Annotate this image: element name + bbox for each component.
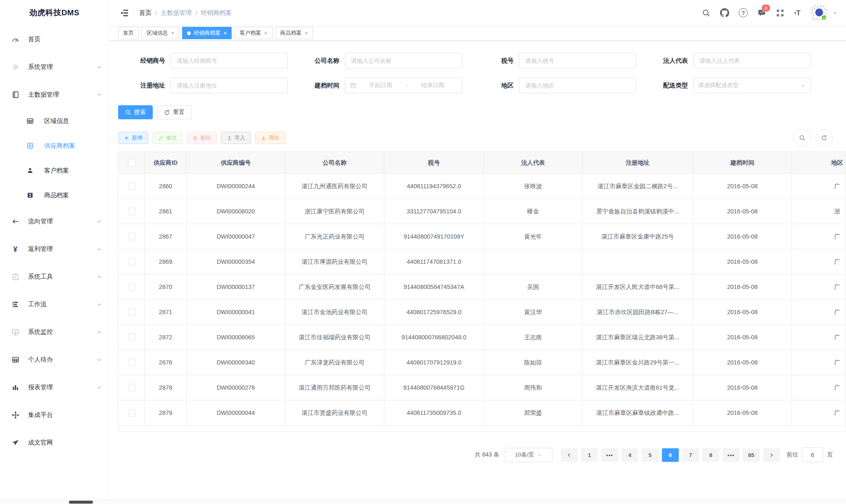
reset-button[interactable]: 重置 (157, 105, 192, 119)
sidebar-item-system-tools[interactable]: 系统工具 (0, 263, 109, 291)
sidebar-item-master-data[interactable]: 主数据管理 (0, 81, 109, 109)
page-size-select[interactable]: 10条/页 (505, 448, 552, 462)
cell-company-name: 广东光正药业有限公司 (285, 224, 384, 249)
sidebar-item-flow-mgmt[interactable]: 流向管理 (0, 208, 109, 235)
breadcrumb-section[interactable]: 主数据管理 (161, 9, 192, 17)
company-name-input[interactable] (345, 53, 462, 69)
cell-region: 广 (792, 300, 846, 325)
delete-button[interactable]: 删除 (187, 132, 217, 144)
row-checkbox[interactable] (128, 409, 135, 416)
row-checkbox[interactable] (128, 233, 135, 240)
search-button[interactable]: 搜索 (118, 105, 153, 119)
sidebar-item-system-monitor[interactable]: 系统监控 (0, 318, 109, 346)
close-icon[interactable]: × (264, 30, 267, 36)
page-button-1[interactable]: 1 (581, 448, 598, 462)
table-row[interactable]: 2867 DWI00000047 广东光正药业有限公司 914408007491… (118, 224, 846, 249)
more-pages-icon[interactable]: ••• (723, 448, 739, 462)
refresh-table-icon[interactable] (815, 129, 833, 147)
row-checkbox[interactable] (128, 208, 135, 215)
row-checkbox[interactable] (128, 334, 135, 341)
delivery-type-select[interactable]: 请选择配送类型 (693, 78, 810, 93)
row-checkbox[interactable] (128, 182, 135, 190)
tax-no-input[interactable] (519, 53, 636, 69)
cell-supplier-code: DWI00000137 (187, 274, 285, 300)
page-button-6-active[interactable]: 6 (662, 448, 679, 462)
add-button[interactable]: 新增 (118, 132, 148, 144)
row-checkbox[interactable] (128, 359, 135, 366)
tab-home[interactable]: 首页 (118, 27, 139, 39)
sidebar-item-workflow[interactable]: 工作流 (0, 291, 109, 318)
sidebar-item-supplier-archive[interactable]: 供应商档案 (0, 133, 109, 158)
sidebar-item-system-mgmt[interactable]: 系统管理 (0, 53, 109, 81)
row-checkbox[interactable] (128, 258, 135, 265)
sidebar-toggle-icon[interactable] (120, 8, 129, 18)
goto-page-input[interactable] (802, 447, 823, 462)
sidebar-item-home[interactable]: 首页 (0, 26, 109, 53)
table-row[interactable]: 2870 DWI00000137 广东金安医药发展有限公司 9144080058… (118, 274, 846, 300)
tab-region-info[interactable]: 区域信息× (142, 27, 179, 39)
sidebar-item-customer-archive[interactable]: 客户档案 (0, 158, 109, 183)
region-input[interactable] (519, 78, 636, 93)
message-icon[interactable]: 0 (757, 8, 766, 17)
move-arrows-icon (11, 411, 19, 419)
sidebar-item-rebate-mgmt[interactable]: ¥ 返利管理 (0, 235, 109, 263)
table-row[interactable]: 2876 DWI00008340 广东津龙药业有限公司 440801707912… (118, 350, 846, 375)
horizontal-scrollbar-thumb[interactable] (69, 501, 93, 504)
sidebar-item-region-info[interactable]: 区域信息 (0, 109, 109, 133)
close-icon[interactable]: × (223, 30, 227, 36)
sidebar-item-official-site[interactable]: 成文官网 (0, 429, 109, 457)
cell-reg-address: 湛江市麻章区瑞云北路38号第... (583, 325, 693, 350)
user-menu[interactable] (810, 4, 838, 22)
cell-reg-address: 湛江开发区海滨大道南61号龙... (583, 375, 693, 400)
row-checkbox[interactable] (128, 384, 135, 391)
sidebar-item-report-mgmt[interactable]: 报表管理 (0, 374, 109, 401)
help-icon[interactable]: ? (739, 8, 748, 17)
dealer-no-input[interactable] (171, 53, 288, 69)
row-checkbox[interactable] (128, 283, 135, 291)
sidebar-item-personal-todo[interactable]: 个人待办 (0, 346, 109, 374)
table-row[interactable]: 2879 DWI00000044 湛江市贤盛药业有限公司 44081173500… (118, 400, 846, 426)
edit-button[interactable]: 修改 (152, 132, 182, 144)
chevron-left-icon (566, 452, 572, 458)
font-size-icon[interactable]: тT (794, 9, 801, 17)
breadcrumb-home[interactable]: 首页 (139, 9, 152, 17)
sidebar-item-integration-platform[interactable]: 集成平台 (0, 401, 109, 429)
table-row[interactable]: 2878 DWI00000278 湛江通用万邦医药有限公司 9144080076… (118, 375, 846, 400)
avatar[interactable] (810, 4, 828, 22)
page-button-8[interactable]: 8 (702, 448, 719, 462)
prev-page-button[interactable] (561, 448, 578, 462)
close-icon[interactable]: × (171, 30, 174, 36)
reg-address-input[interactable] (171, 78, 288, 93)
tab-customer-archive[interactable]: 客户档案× (235, 27, 272, 39)
table-row[interactable]: 2871 DWI00000041 湛江市金池药业有限公司 44080172597… (118, 300, 846, 325)
legal-rep-input[interactable] (693, 53, 810, 69)
import-button[interactable]: 导入 (221, 132, 251, 144)
page-button-85[interactable]: 85 (743, 448, 760, 462)
page-button-7[interactable]: 7 (682, 448, 699, 462)
show-search-icon[interactable] (794, 129, 811, 147)
tab-product-archive[interactable]: 商品档案× (275, 27, 313, 39)
paper-plane-icon (11, 439, 19, 447)
search-icon[interactable] (702, 9, 711, 17)
cell-reg-address: 景宁畲族自治县鹤溪镇鹤溪中... (583, 199, 693, 224)
export-button[interactable]: 导出 (255, 132, 285, 144)
table-row[interactable]: 2861 DWI00008020 浙江康宁医药有限公司 331127704795… (118, 199, 846, 224)
next-page-button[interactable] (763, 448, 780, 462)
fullscreen-icon[interactable] (776, 9, 784, 17)
date-range-picker[interactable]: 开始日期 - 结束日期 (345, 78, 462, 93)
table-row[interactable]: 2872 DWI00008065 湛江市佳福瑞药业有限公司 9144080007… (118, 325, 846, 350)
table-row[interactable]: 2860 DWI00000244 湛江九州通医药有限公司 44081119437… (118, 174, 846, 199)
field-reg-address: 注册地址 (118, 78, 288, 93)
page-button-4[interactable]: 4 (621, 448, 638, 462)
field-label: 配送类型 (641, 82, 693, 90)
table-row[interactable]: 2869 DWI00000354 湛江市厚源药业有限公司 44081174708… (118, 249, 846, 274)
sidebar-item-product-archive[interactable]: 商品档案 (0, 183, 109, 208)
tab-dealer-archive[interactable]: 经销商档案× (182, 27, 232, 39)
more-pages-icon[interactable]: ••• (601, 448, 618, 462)
close-icon[interactable]: × (305, 30, 308, 36)
row-checkbox-cell (118, 375, 145, 400)
page-button-5[interactable]: 5 (642, 448, 659, 462)
github-icon[interactable] (720, 8, 729, 17)
row-checkbox[interactable] (128, 308, 135, 316)
select-all-checkbox[interactable] (128, 159, 135, 166)
